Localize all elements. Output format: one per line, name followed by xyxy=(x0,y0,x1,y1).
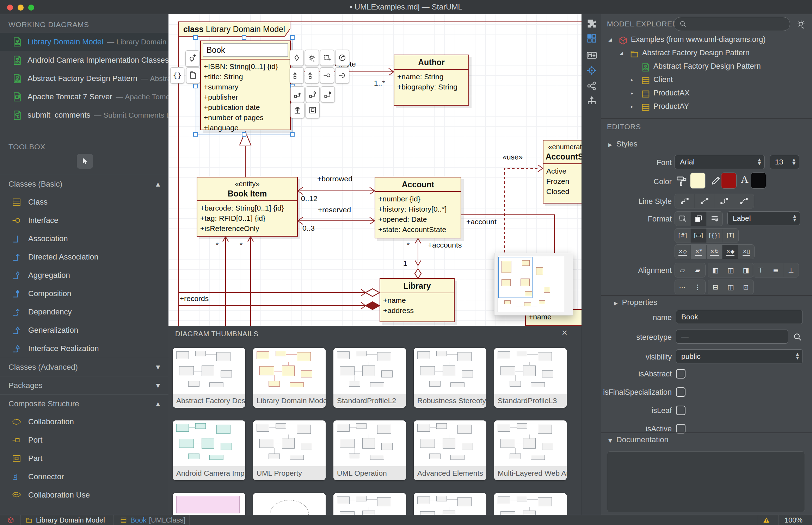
uml-class-book[interactable]: Book+ISBN: String[0..1] {id}+title: Stri… xyxy=(200,40,291,130)
diagram-thumbnail[interactable]: Library Domain Model xyxy=(253,348,326,408)
crosshair-icon[interactable] xyxy=(586,64,598,76)
warning-icon[interactable] xyxy=(763,517,770,524)
toolbox-item-connector[interactable]: Connector xyxy=(0,468,168,486)
close-icon[interactable]: × xyxy=(562,327,567,338)
show-visibility-button[interactable]: [T] xyxy=(722,229,738,243)
quick-zoom-element-button[interactable] xyxy=(185,50,199,67)
toolbox-item-collaboration-use[interactable]: Collaboration Use xyxy=(0,486,168,504)
same-size-button[interactable]: ⊡ xyxy=(738,280,753,294)
toolbox-item-aggregation[interactable]: Aggregation xyxy=(0,266,168,285)
quick-add-note-button[interactable] xyxy=(186,67,200,83)
diagram-thumbnail[interactable]: StandardProfileL3 xyxy=(494,348,567,408)
working-diagram-item[interactable]: Apache Tomcat 7 Server— Apache Tomcat 7 … xyxy=(0,88,168,106)
diagram-thumbnail[interactable]: UML Operation xyxy=(333,420,406,480)
quick-add-generalization-button[interactable] xyxy=(290,67,304,83)
expand-icon[interactable]: ▸ xyxy=(631,90,633,96)
share-icon[interactable] xyxy=(586,80,598,92)
model-tree-item[interactable]: ▸ProductAY xyxy=(601,101,812,114)
align-bottom-button[interactable]: ⊥ xyxy=(783,263,799,277)
expand-icon[interactable]: ▸ xyxy=(631,104,633,109)
working-diagram-item[interactable]: Abstract Factory Design Pattern— Abstrac… xyxy=(0,69,168,88)
model-tree-item[interactable]: ◢Examples (from www.uml-diagrams.org) xyxy=(601,34,812,47)
diagram-thumbnail[interactable] xyxy=(253,493,326,515)
toolbox-item-directed-association[interactable]: Directed Association xyxy=(0,248,168,266)
toolbox-section-header[interactable]: Composite Structure▲ xyxy=(0,394,168,413)
quick-sync-button[interactable] xyxy=(335,50,349,66)
suppress-stereotype-button[interactable]: ×◇ xyxy=(675,245,691,259)
status-path-item[interactable]: Library Domain Model xyxy=(36,515,105,525)
word-wrap-button[interactable] xyxy=(707,212,722,226)
uml-class-accountstate[interactable]: «enumeration»AccountStateActiveFrozenClo… xyxy=(543,140,582,204)
thumbnails-grid-icon[interactable] xyxy=(586,32,598,44)
align-top-button[interactable]: ⊤ xyxy=(753,263,768,277)
collapse-icon[interactable]: ◢ xyxy=(620,50,623,56)
documentation-disclosure[interactable]: ▼Documentation xyxy=(608,435,669,444)
font-size-stepper[interactable]: 13▲▼ xyxy=(770,155,799,169)
toolbox-item-generalization[interactable]: Generalization xyxy=(0,321,168,339)
quick-add-realization-button[interactable] xyxy=(305,67,319,83)
selection-handle[interactable] xyxy=(193,84,198,88)
quick-add-aggregated-class-button[interactable] xyxy=(306,86,320,102)
align-right-button[interactable]: ◨ xyxy=(738,263,753,277)
working-diagram-item[interactable]: Android Camera Implementation Classes— xyxy=(0,51,168,69)
line-color-swatch[interactable] xyxy=(721,173,737,189)
status-path-item[interactable]: Book xyxy=(130,515,147,525)
model-tree-item[interactable]: ▸Client xyxy=(601,74,812,87)
diagram-thumbnail[interactable]: Robustness Stereotypes xyxy=(414,348,486,408)
markdown-icon[interactable] xyxy=(586,49,598,61)
quick-settings-button[interactable] xyxy=(305,50,319,66)
class-name-editor[interactable]: Book xyxy=(203,43,288,57)
name-field[interactable]: Book xyxy=(676,310,803,324)
collapse-icon[interactable]: ◢ xyxy=(608,37,612,42)
suppress-frame-button[interactable] xyxy=(675,212,691,226)
diagram-thumbnail[interactable] xyxy=(494,493,567,515)
working-diagram-item[interactable]: submit_comments— Submit Comments to Plu xyxy=(0,106,168,124)
toolbox-item-class[interactable]: Class xyxy=(0,193,168,211)
toolbox-section-header[interactable]: Classes (Advanced)▼ xyxy=(0,358,168,376)
selection-handle[interactable] xyxy=(193,35,198,40)
quick-edit-stereotype-button[interactable] xyxy=(290,50,304,66)
diagram-thumbnail[interactable]: UML Property xyxy=(253,420,326,480)
model-tree-item[interactable]: ▸ProductAX xyxy=(601,87,812,101)
diagram-thumbnail[interactable] xyxy=(173,493,245,515)
properties-disclosure[interactable]: ▶Properties xyxy=(614,298,657,307)
distribute-horizontally-button[interactable]: ⋯ xyxy=(675,280,690,294)
diagram-thumbnail[interactable] xyxy=(333,493,406,515)
quick-add-composed-class-button[interactable] xyxy=(321,86,335,102)
toolbox-item-dependency[interactable]: Dependency xyxy=(0,303,168,321)
gear-icon[interactable] xyxy=(796,19,806,29)
rectilinear-button[interactable] xyxy=(675,194,695,208)
diagram-thumbnail[interactable]: Android Camera Implementation Classes xyxy=(173,420,245,480)
diagram-thumbnail[interactable]: Multi-Layered Web Architecture xyxy=(494,420,567,480)
stereotype-field[interactable]: — xyxy=(676,330,788,344)
pointer-tool-button[interactable] xyxy=(77,154,93,169)
distribute-vertically-button[interactable]: ⋮ xyxy=(690,280,705,294)
bring-to-front-button[interactable]: ▰ xyxy=(690,263,705,277)
quick-add-constraint-button[interactable]: {} xyxy=(170,67,184,83)
format-label-select[interactable]: Label▲▼ xyxy=(727,211,800,225)
selection-handle[interactable] xyxy=(290,132,295,137)
model-tree-item[interactable]: Abstract Factory Design Pattern xyxy=(601,61,812,74)
show-shadow-button[interactable] xyxy=(691,212,707,226)
model-search-input[interactable] xyxy=(674,17,790,31)
suppress-receptions-button[interactable]: ×↻ xyxy=(707,245,722,259)
toolbox-item-association[interactable]: Association xyxy=(0,230,168,248)
toolbox-section-header[interactable]: Classes (Basic)▲ xyxy=(0,175,168,193)
expand-icon[interactable]: ▸ xyxy=(631,77,633,82)
stereotype-search-icon[interactable] xyxy=(792,332,803,342)
quick-add-provided-interface-button[interactable] xyxy=(320,67,334,83)
toolbox-section-header[interactable]: Packages▼ xyxy=(0,376,168,394)
align-left-button[interactable]: ◧ xyxy=(708,263,723,277)
diagram-thumbnail[interactable]: StandardProfileL2 xyxy=(333,348,406,408)
documentation-textarea[interactable] xyxy=(607,451,805,512)
hierarchy-icon[interactable] xyxy=(586,94,598,106)
minimap[interactable] xyxy=(494,253,573,315)
align-center-button[interactable]: ◫ xyxy=(723,263,738,277)
font-family-select[interactable]: Arial▲▼ xyxy=(675,155,765,169)
same-height-button[interactable]: ⊟ xyxy=(708,280,723,294)
styles-disclosure[interactable]: ▶Styles xyxy=(608,139,638,149)
quick-add-subdiagram-button[interactable] xyxy=(320,50,334,66)
show-type-button[interactable]: [▭] xyxy=(691,229,707,243)
quick-add-part-button[interactable] xyxy=(306,102,320,118)
visibility-select[interactable]: public▲▼ xyxy=(676,349,803,363)
